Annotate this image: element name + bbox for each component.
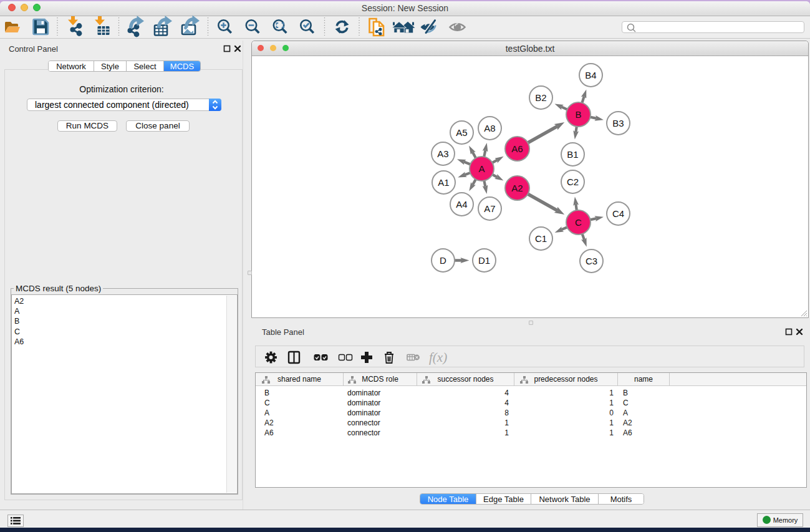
svg-text:C: C: [575, 217, 582, 228]
svg-text:A3: A3: [437, 148, 448, 159]
svg-text:f(x): f(x): [429, 350, 447, 365]
svg-text:C4: C4: [612, 208, 624, 219]
svg-text:A2: A2: [511, 183, 523, 193]
svg-text:D: D: [440, 255, 446, 266]
svg-text:B1: B1: [567, 149, 578, 160]
svg-text:A5: A5: [456, 127, 467, 138]
svg-text:B: B: [575, 109, 581, 120]
svg-text:A6: A6: [511, 143, 523, 154]
svg-text:A8: A8: [484, 123, 495, 133]
svg-text:C1: C1: [535, 233, 547, 244]
svg-text:D1: D1: [478, 255, 490, 266]
svg-text:A1: A1: [438, 177, 449, 188]
svg-text:A7: A7: [484, 203, 495, 214]
svg-text:C2: C2: [567, 177, 579, 187]
svg-text:B2: B2: [535, 92, 546, 103]
svg-text:C3: C3: [586, 256, 597, 266]
svg-text:B4: B4: [585, 70, 596, 80]
svg-text:A4: A4: [456, 199, 467, 210]
svg-text:A: A: [478, 163, 485, 174]
svg-text:B3: B3: [612, 118, 624, 128]
